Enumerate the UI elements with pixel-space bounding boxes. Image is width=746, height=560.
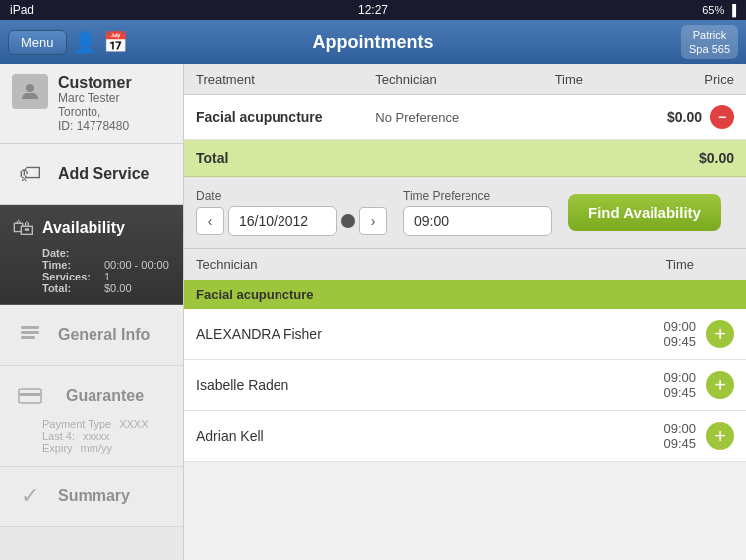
time1-2: 09:00: [663, 421, 696, 436]
sidebar-item-guarantee[interactable]: Guarantee Payment Type XXXX Last 4: xxxx…: [0, 366, 183, 467]
total-row: Total $0.00: [184, 140, 746, 177]
status-time: 12:27: [358, 3, 388, 17]
datetime-section: Date ‹ › Time Preference Find Availabili…: [184, 177, 746, 249]
time1-1: 09:00: [663, 370, 696, 385]
customer-id-row: ID: 14778480: [58, 119, 132, 133]
avatar: [12, 74, 48, 109]
svg-rect-1: [21, 326, 39, 329]
payment-type-value: XXXX: [119, 418, 148, 430]
time-pref-label: Time Preference: [403, 189, 552, 203]
availability-table-header: Technician Time: [184, 249, 746, 280]
tech-name-2: Adrian Kell: [196, 428, 663, 444]
customer-section-label: Customer: [58, 74, 132, 92]
treatment-name: Facial acupuncture: [196, 109, 375, 125]
header-left: Menu 👤 📅: [8, 30, 128, 55]
svg-rect-2: [21, 331, 39, 334]
date-input[interactable]: [228, 206, 337, 236]
availability-header: 🛍 Availability: [12, 215, 171, 241]
today-button[interactable]: [341, 214, 355, 228]
avail-time-value: 00:00 - 00:00: [104, 259, 169, 271]
status-right: 65% ▐: [702, 4, 736, 16]
avail-services-value: 1: [104, 271, 110, 282]
avail-total-row: Total: $0.00: [42, 282, 171, 294]
id-label: ID:: [58, 119, 73, 133]
sidebar: Customer Marc Tester Toronto, ID: 147784…: [0, 64, 184, 560]
date-input-row: ‹ ›: [196, 206, 387, 236]
people-icon: 👤: [73, 30, 97, 54]
svg-point-0: [26, 84, 34, 92]
sidebar-item-add-service[interactable]: 🏷 Add Service: [0, 144, 183, 205]
checkmark-icon: ✓: [12, 478, 48, 514]
expiry-value: mm/yy: [81, 442, 112, 454]
avail-row-2: Adrian Kell 09:00 09:45 +: [184, 411, 746, 462]
add-button-2[interactable]: +: [706, 422, 734, 450]
avail-times-1: 09:00 09:45: [663, 370, 696, 400]
tech-name-1: Isabelle Raden: [196, 377, 663, 393]
minus-icon[interactable]: −: [710, 105, 734, 129]
tag-icon: 🏷: [12, 156, 48, 192]
header: Menu 👤 📅 Appointments Patrick Spa 565: [0, 20, 746, 64]
avail-total-label: Total:: [42, 282, 96, 294]
date-label: Date: [196, 189, 387, 203]
customer-info: Customer Marc Tester Toronto, ID: 147784…: [58, 74, 132, 133]
add-button-0[interactable]: +: [706, 320, 734, 348]
customer-name: Marc Tester: [58, 92, 132, 105]
summary-label: Summary: [58, 487, 130, 505]
total-price: $0.00: [645, 150, 734, 166]
time-group: Time Preference: [403, 189, 552, 236]
next-date-button[interactable]: ›: [359, 207, 387, 235]
svg-rect-3: [21, 336, 35, 339]
bag-icon: 🛍: [12, 215, 34, 241]
user-info: Patrick Spa 565: [681, 25, 738, 60]
date-group: Date ‹ ›: [196, 189, 387, 236]
tech-name-0: ALEXANDRA Fisher: [196, 326, 663, 342]
last4-label: Last 4:: [42, 430, 75, 442]
svg-rect-5: [19, 393, 41, 396]
table-row: Facial acupuncture No Preference $0.00 −: [184, 95, 746, 140]
avail-times-0: 09:00 09:45: [663, 319, 696, 349]
col-treatment: Treatment: [196, 72, 375, 87]
time-input[interactable]: [403, 206, 552, 236]
spa-name: Spa 565: [689, 42, 730, 56]
avail-col-time: Time: [666, 257, 734, 272]
customer-id: 14778480: [77, 119, 129, 133]
row-price: $0.00: [667, 109, 702, 125]
remove-button[interactable]: −: [710, 105, 734, 129]
header-title: Appointments: [313, 32, 434, 53]
sidebar-item-general-info[interactable]: General Info: [0, 305, 183, 366]
avail-row-1: Isabelle Raden 09:00 09:45 +: [184, 360, 746, 411]
total-label: Total: [196, 150, 375, 166]
time1-0: 09:00: [663, 319, 696, 334]
avail-date-label: Date:: [42, 247, 96, 259]
avail-time-row: Time: 00:00 - 00:00: [42, 259, 171, 271]
sidebar-item-customer[interactable]: Customer Marc Tester Toronto, ID: 147784…: [0, 64, 183, 144]
col-technician: Technician: [375, 72, 554, 87]
status-left: iPad: [10, 3, 34, 17]
row-technician: No Preference: [375, 110, 554, 125]
user-name: Patrick: [689, 28, 730, 42]
add-button-1[interactable]: +: [706, 371, 734, 399]
sidebar-item-summary[interactable]: ✓ Summary: [0, 467, 183, 527]
prev-date-button[interactable]: ‹: [196, 207, 224, 235]
avail-col-technician: Technician: [196, 257, 666, 272]
add-service-label: Add Service: [58, 165, 149, 183]
col-time: Time: [555, 72, 645, 87]
general-info-icon: [12, 317, 48, 353]
avail-date-row: Date:: [42, 247, 171, 259]
battery-level: 65%: [702, 4, 724, 16]
avail-row-0: ALEXANDRA Fisher 09:00 09:45 +: [184, 309, 746, 360]
find-availability-button[interactable]: Find Availability: [568, 194, 721, 231]
sidebar-item-availability[interactable]: 🛍 Availability Date: Time: 00:00 - 00:00…: [0, 205, 183, 305]
avail-time-label: Time:: [42, 259, 96, 271]
menu-button[interactable]: Menu: [8, 30, 67, 55]
main-layout: Customer Marc Tester Toronto, ID: 147784…: [0, 64, 746, 560]
avail-total-value: $0.00: [104, 282, 132, 294]
guarantee-details: Payment Type XXXX Last 4: xxxxx Expiry m…: [42, 418, 148, 454]
availability-label: Availability: [42, 219, 125, 237]
time2-2: 09:45: [663, 436, 696, 451]
content-area: Treatment Technician Time Price Facial a…: [184, 64, 746, 560]
battery-icon: ▐: [728, 4, 736, 16]
customer-city: Toronto,: [58, 105, 132, 119]
guarantee-label: Guarantee: [66, 387, 144, 405]
status-bar: iPad 12:27 65% ▐: [0, 0, 746, 20]
